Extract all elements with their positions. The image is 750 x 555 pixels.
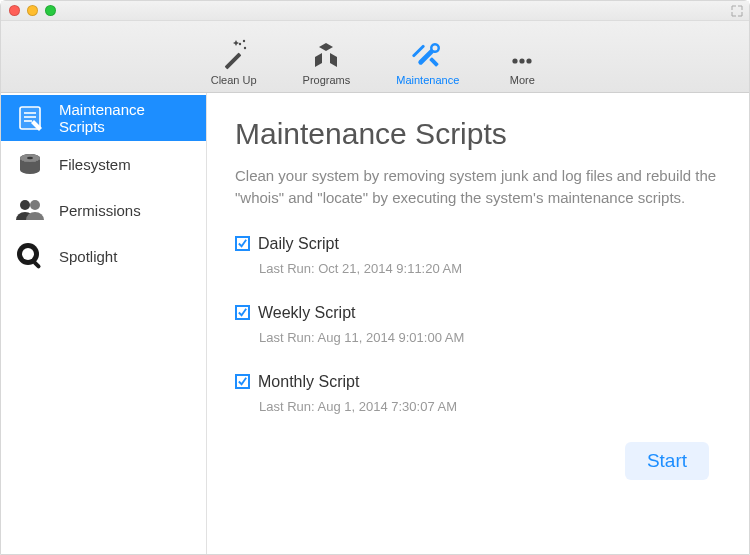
minimize-window-button[interactable]	[27, 5, 38, 16]
script-row: Weekly Script	[235, 304, 717, 322]
disk-icon	[15, 149, 45, 179]
apps-icon	[309, 37, 343, 71]
svg-rect-4	[412, 44, 425, 57]
script-name: Monthly Script	[258, 373, 359, 391]
toolbar-item-maintenance[interactable]: Maintenance	[396, 37, 459, 86]
magic-wand-icon	[217, 37, 251, 71]
svg-rect-5	[429, 57, 439, 67]
sidebar-item-filesystem[interactable]: Filesystem	[1, 141, 206, 187]
svg-point-6	[513, 58, 518, 63]
svg-point-15	[27, 157, 33, 159]
users-icon	[15, 195, 45, 225]
toolbar-item-more[interactable]: More	[505, 37, 539, 86]
toolbar-label: Programs	[303, 74, 351, 86]
toolbar-label: More	[510, 74, 535, 86]
toolbar: Clean Up Programs	[1, 21, 749, 93]
svg-point-1	[238, 43, 240, 45]
toolbar-label: Clean Up	[211, 74, 257, 86]
script-daily: Daily Script Last Run: Oct 21, 2014 9:11…	[235, 235, 717, 276]
page-title: Maintenance Scripts	[235, 117, 717, 151]
svg-point-19	[22, 248, 34, 260]
sidebar-item-label: Permissions	[59, 202, 141, 219]
tools-icon	[411, 37, 445, 71]
sidebar-item-permissions[interactable]: Permissions	[1, 187, 206, 233]
svg-point-3	[242, 40, 244, 42]
close-window-button[interactable]	[9, 5, 20, 16]
toolbar-label: Maintenance	[396, 74, 459, 86]
body: Maintenance Scripts Filesystem Permissio…	[1, 93, 749, 554]
checkbox-monthly[interactable]	[235, 374, 250, 389]
search-icon	[15, 241, 45, 271]
page-description: Clean your system by removing system jun…	[235, 165, 717, 209]
script-weekly: Weekly Script Last Run: Aug 11, 2014 9:0…	[235, 304, 717, 345]
script-monthly: Monthly Script Last Run: Aug 1, 2014 7:3…	[235, 373, 717, 414]
toolbar-item-cleanup[interactable]: Clean Up	[211, 37, 257, 86]
script-name: Weekly Script	[258, 304, 356, 322]
fullscreen-icon[interactable]	[731, 5, 743, 17]
main-content: Maintenance Scripts Clean your system by…	[207, 93, 749, 554]
sidebar-item-label: Spotlight	[59, 248, 117, 265]
script-row: Daily Script	[235, 235, 717, 253]
sidebar-item-maintenance-scripts[interactable]: Maintenance Scripts	[1, 95, 206, 141]
script-last-run: Last Run: Oct 21, 2014 9:11:20 AM	[259, 261, 717, 276]
svg-point-16	[20, 200, 30, 210]
start-button[interactable]: Start	[625, 442, 709, 480]
svg-point-8	[527, 58, 532, 63]
sidebar: Maintenance Scripts Filesystem Permissio…	[1, 93, 207, 554]
script-last-run: Last Run: Aug 11, 2014 9:01:00 AM	[259, 330, 717, 345]
checkbox-daily[interactable]	[235, 236, 250, 251]
script-last-run: Last Run: Aug 1, 2014 7:30:07 AM	[259, 399, 717, 414]
script-row: Monthly Script	[235, 373, 717, 391]
sidebar-item-label: Maintenance Scripts	[59, 101, 192, 135]
sidebar-item-label: Filesystem	[59, 156, 131, 173]
scripts-icon	[15, 103, 45, 133]
svg-point-7	[520, 58, 525, 63]
titlebar	[1, 1, 749, 21]
start-row: Start	[235, 442, 717, 480]
traffic-lights	[9, 5, 56, 16]
toolbar-item-programs[interactable]: Programs	[303, 37, 351, 86]
app-window: Clean Up Programs	[0, 0, 750, 555]
sidebar-item-spotlight[interactable]: Spotlight	[1, 233, 206, 279]
zoom-window-button[interactable]	[45, 5, 56, 16]
checkbox-weekly[interactable]	[235, 305, 250, 320]
script-name: Daily Script	[258, 235, 339, 253]
more-icon	[505, 37, 539, 71]
svg-point-2	[243, 47, 245, 49]
svg-point-17	[30, 200, 40, 210]
svg-rect-0	[224, 53, 241, 70]
